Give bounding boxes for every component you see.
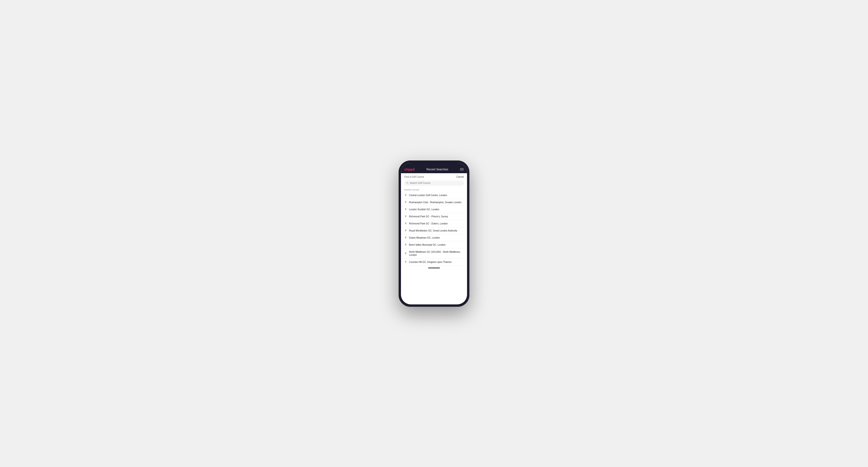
course-name: North Middlesex GC (1011942 - North Midd… [409, 250, 464, 256]
search-box[interactable] [404, 181, 464, 186]
app-logo: clippd [404, 167, 415, 171]
list-item[interactable]: Coombe Hill GC, Kingston upon Thames [401, 259, 467, 266]
pin-icon [404, 229, 407, 232]
course-name: Royal Wimbledon GC, Great London Authori… [409, 229, 457, 232]
page-title: Recent Searches [427, 168, 448, 171]
phone-frame: clippd Recent Searches Find a Golf Cours… [399, 160, 469, 307]
find-label: Find a Golf Course [404, 176, 424, 178]
home-indicator [401, 266, 467, 271]
course-name: Coombe Hill GC, Kingston upon Thames [409, 260, 452, 263]
course-name: Dukes Meadows GC, London [409, 236, 440, 239]
pin-icon [404, 236, 407, 239]
pin-icon [404, 208, 407, 211]
course-name: Roehampton Club - Roehampton, Greater Lo… [409, 201, 461, 204]
list-item[interactable]: London Scottish GC, London [401, 206, 467, 213]
search-icon [406, 182, 408, 185]
hamburger-line-1 [460, 168, 464, 169]
pin-icon [404, 215, 407, 218]
list-item[interactable]: Richmond Park GC - Prince's, Surrey [401, 213, 467, 220]
pin-icon [404, 194, 407, 196]
nearby-section-label: Nearby courses [401, 188, 467, 192]
pin-icon [404, 252, 407, 255]
pin-icon [404, 201, 407, 204]
course-name: Richmond Park GC - Duke's, London [409, 222, 448, 225]
hamburger-line-3 [460, 170, 464, 170]
search-input[interactable] [410, 182, 462, 184]
list-item[interactable]: Central London Golf Centre, London [401, 192, 467, 199]
cancel-button[interactable]: Cancel [457, 176, 464, 178]
course-name: Richmond Park GC - Prince's, Surrey [409, 215, 448, 218]
pin-icon [404, 243, 407, 246]
phone-screen: clippd Recent Searches Find a Golf Cours… [401, 163, 467, 304]
phone-notch [425, 163, 443, 167]
list-item[interactable]: Dukes Meadows GC, London [401, 234, 467, 241]
hamburger-line-2 [460, 169, 464, 170]
content-area: Find a Golf Course Cancel Nearby courses [401, 173, 467, 304]
home-bar [428, 268, 440, 268]
pin-icon [404, 222, 407, 225]
course-name: Central London Golf Centre, London [409, 194, 447, 197]
svg-line-1 [408, 183, 408, 184]
list-item[interactable]: Richmond Park GC - Duke's, London [401, 220, 467, 227]
list-item[interactable]: Roehampton Club - Roehampton, Greater Lo… [401, 199, 467, 206]
find-header: Find a Golf Course Cancel [401, 173, 467, 180]
pin-icon [404, 260, 407, 263]
list-item[interactable]: Royal Wimbledon GC, Great London Authori… [401, 227, 467, 234]
list-item[interactable]: Brent Valley Municipal GC, London [401, 241, 467, 248]
course-name: London Scottish GC, London [409, 208, 439, 211]
course-name: Brent Valley Municipal GC, London [409, 243, 445, 246]
course-list: Central London Golf Centre, London Roeha… [401, 192, 467, 266]
list-item[interactable]: North Middlesex GC (1011942 - North Midd… [401, 248, 467, 259]
menu-icon[interactable] [460, 168, 464, 170]
